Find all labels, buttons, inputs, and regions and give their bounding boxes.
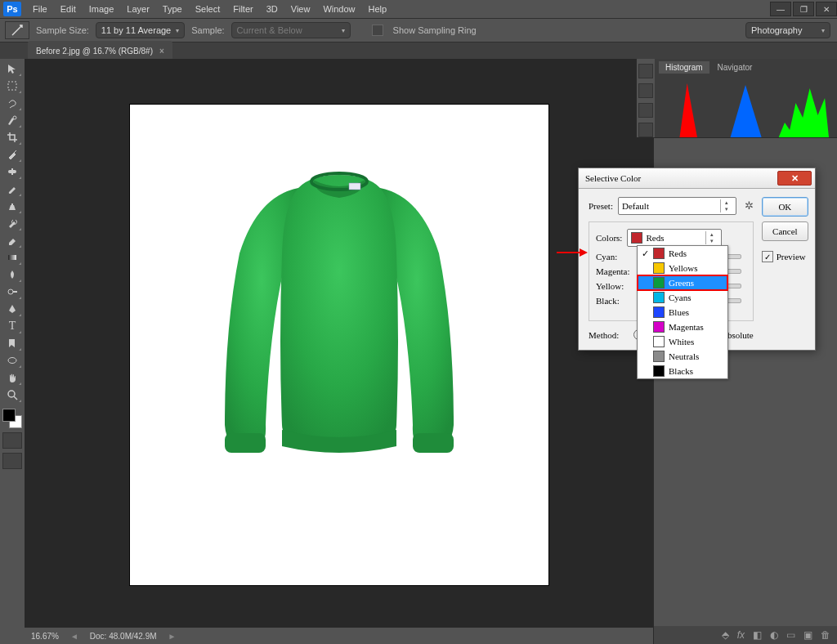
eraser-tool[interactable]	[2, 232, 22, 248]
quick-select-tool[interactable]	[2, 112, 22, 128]
dialog-titlebar[interactable]: Selective Color ✕	[579, 168, 815, 189]
color-swatches[interactable]	[2, 409, 22, 428]
colors-option-cyans[interactable]: Cyans	[638, 290, 727, 305]
show-sampling-ring-label: Show Sampling Ring	[393, 25, 477, 35]
colors-option-whites[interactable]: Whites	[638, 334, 727, 349]
sample-size-select[interactable]: 11 by 11 Average▾	[96, 22, 185, 38]
scroll-arrow-right-icon[interactable]: ►	[168, 632, 177, 641]
window-restore-button[interactable]: ❐	[793, 2, 814, 16]
svg-rect-0	[8, 82, 16, 90]
workspace-select[interactable]: Photography▾	[745, 22, 830, 38]
collapsed-panel-icon[interactable]	[638, 64, 653, 78]
window-minimize-button[interactable]: —	[770, 2, 791, 16]
selective-color-dialog[interactable]: Selective Color ✕ Preset: Default ▴▾ ✲ C…	[578, 168, 816, 351]
zoom-tool[interactable]	[2, 387, 22, 403]
gradient-tool[interactable]	[2, 249, 22, 266]
dock-bottom-icons: ⬘ fx ◧ ◐ ▭ ▣ 🗑	[654, 626, 837, 644]
clone-stamp-tool[interactable]	[2, 198, 22, 214]
menu-window[interactable]: Window	[316, 2, 361, 16]
histogram-panel[interactable]	[654, 75, 837, 138]
healing-brush-tool[interactable]	[2, 163, 22, 180]
colors-option-yellows[interactable]: Yellows	[638, 261, 727, 275]
hand-tool[interactable]	[2, 369, 22, 386]
collapsed-panel-icon[interactable]	[638, 83, 653, 98]
svg-point-6	[8, 391, 15, 397]
dialog-title: Selective Color	[585, 173, 641, 183]
tab-histogram[interactable]: Histogram	[659, 61, 709, 74]
shape-tool[interactable]	[2, 352, 22, 369]
menu-image[interactable]: Image	[83, 2, 121, 16]
show-sampling-ring-checkbox[interactable]	[372, 25, 383, 36]
pen-tool[interactable]	[2, 301, 22, 317]
adjustment-icon[interactable]: ◐	[770, 629, 778, 641]
svg-rect-9	[413, 433, 454, 453]
marquee-tool[interactable]	[2, 78, 22, 94]
colors-option-magentas[interactable]: Magentas	[638, 320, 727, 334]
fx-icon[interactable]: fx	[737, 629, 745, 641]
shirt-image	[200, 163, 478, 474]
mask-icon[interactable]: ◧	[753, 629, 762, 641]
close-tab-icon[interactable]: ×	[159, 47, 164, 56]
history-brush-tool[interactable]	[2, 215, 22, 231]
svg-point-1	[13, 116, 16, 119]
crop-tool[interactable]	[2, 129, 22, 145]
cancel-button[interactable]: Cancel	[762, 221, 808, 241]
preset-menu-icon[interactable]: ✲	[745, 199, 754, 212]
group-icon[interactable]: ▭	[786, 629, 795, 641]
link-icon[interactable]: ⬘	[722, 629, 729, 641]
black-label: Black:	[596, 296, 642, 306]
path-select-tool[interactable]	[2, 335, 22, 351]
menu-view[interactable]: View	[284, 2, 317, 16]
tab-navigator[interactable]: Navigator	[711, 61, 759, 74]
sample-layer-select[interactable]: Current & Below▾	[231, 22, 351, 38]
collapsed-panel-icon[interactable]	[638, 103, 653, 118]
cyan-label: Cyan:	[596, 252, 642, 262]
color-swatch-icon	[631, 232, 642, 244]
document-tab[interactable]: Before 2.jpg @ 16.7% (RGB/8#) ×	[28, 41, 172, 60]
preset-select[interactable]: Default ▴▾	[618, 197, 736, 215]
quickmask-button[interactable]	[2, 432, 22, 449]
preview-checkbox[interactable]: ✓	[762, 251, 773, 262]
canvas-area[interactable]	[25, 59, 654, 644]
yellow-label: Yellow:	[596, 281, 642, 291]
blur-tool[interactable]	[2, 266, 22, 283]
dialog-close-button[interactable]: ✕	[777, 171, 812, 186]
menu-bar: Ps File Edit Image Layer Type Select Fil…	[0, 0, 837, 19]
new-layer-icon[interactable]: ▣	[803, 629, 812, 641]
colors-select[interactable]: Reds ▴▾	[627, 229, 722, 247]
menu-3d[interactable]: 3D	[260, 2, 284, 16]
colors-option-blacks[interactable]: Blacks	[638, 364, 727, 378]
colors-option-neutrals[interactable]: Neutrals	[638, 349, 727, 364]
current-tool-icon[interactable]	[5, 21, 29, 39]
lasso-tool[interactable]	[2, 95, 22, 111]
menu-type[interactable]: Type	[156, 2, 189, 16]
type-tool[interactable]: T	[2, 318, 22, 334]
move-tool[interactable]	[2, 60, 22, 77]
zoom-level[interactable]: 16.67%	[31, 632, 59, 641]
menu-help[interactable]: Help	[362, 2, 394, 16]
histogram-red	[662, 83, 712, 137]
collapsed-panel-icon[interactable]	[638, 123, 653, 137]
histogram-green	[779, 88, 829, 137]
colors-option-blues[interactable]: Blues	[638, 305, 727, 320]
menu-filter[interactable]: Filter	[226, 2, 259, 16]
colors-dropdown-list[interactable]: ✓RedsYellowsGreensCyansBluesMagentasWhit…	[637, 245, 728, 379]
menu-layer[interactable]: Layer	[120, 2, 156, 16]
menu-select[interactable]: Select	[189, 2, 227, 16]
menu-file[interactable]: File	[26, 2, 54, 16]
window-close-button[interactable]: ✕	[816, 2, 837, 16]
screenmode-button[interactable]	[2, 453, 22, 469]
document-canvas[interactable]	[130, 105, 548, 585]
brush-tool[interactable]	[2, 181, 22, 197]
svg-point-4	[8, 289, 13, 294]
menu-edit[interactable]: Edit	[54, 2, 83, 16]
trash-icon[interactable]: 🗑	[821, 629, 830, 641]
ok-button[interactable]: OK	[762, 197, 808, 217]
doc-size[interactable]: Doc: 48.0M/42.9M	[90, 632, 157, 641]
colors-option-greens[interactable]: Greens	[638, 275, 727, 290]
colors-option-reds[interactable]: ✓Reds	[638, 246, 727, 261]
eyedropper-tool[interactable]	[2, 146, 22, 163]
scroll-arrow-left-icon[interactable]: ◄	[70, 632, 78, 641]
dodge-tool[interactable]	[2, 284, 22, 300]
document-tab-title: Before 2.jpg @ 16.7% (RGB/8#)	[36, 47, 153, 56]
